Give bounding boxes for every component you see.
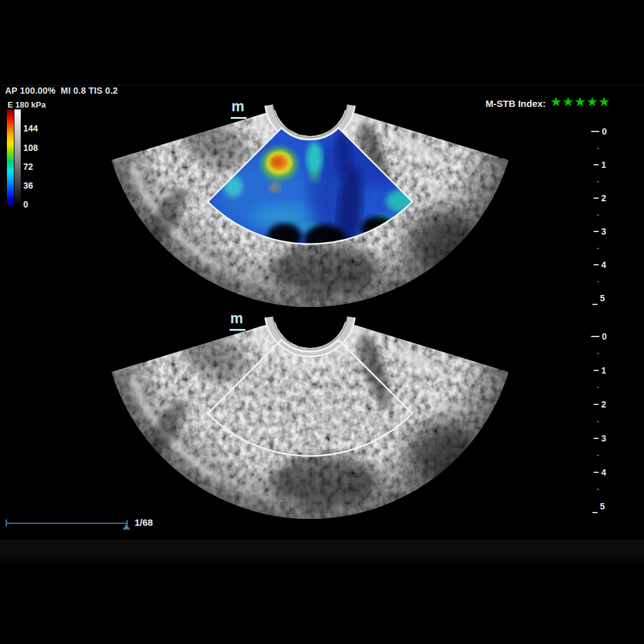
ruler-dash xyxy=(594,370,599,371)
ruler-minor-tick xyxy=(597,489,599,490)
ruler-label: 2 xyxy=(601,399,606,409)
ruler-label: 4 xyxy=(601,260,606,270)
ruler-dash xyxy=(594,472,599,473)
ruler-label: 1 xyxy=(601,365,606,375)
ruler-dash xyxy=(592,512,597,513)
ruler-label: 2 xyxy=(601,193,606,203)
ruler-label: 5 xyxy=(600,501,605,511)
ruler-minor-tick xyxy=(597,148,599,149)
mstb-star-rating: ★★★★★ xyxy=(551,95,611,109)
ruler-dash xyxy=(594,404,599,405)
cine-position-marker[interactable] xyxy=(123,524,130,530)
ruler-dash xyxy=(594,231,599,232)
ruler-minor-tick xyxy=(597,455,599,456)
colorbar-tick: 108 xyxy=(23,143,38,153)
mstb-index-label: M-STB Index: xyxy=(486,98,546,109)
ruler-dash xyxy=(591,336,599,337)
ruler-dash xyxy=(592,304,597,305)
ruler-minor-tick xyxy=(597,281,599,282)
acoustic-params: AP 100.00% MI 0.8 TIS 0.2 xyxy=(5,86,118,96)
colorbar-tick: 36 xyxy=(23,180,33,191)
ruler-minor-tick xyxy=(597,387,599,388)
colorbar-tick: 144 xyxy=(23,123,38,133)
colorbar-tick: 0 xyxy=(23,199,28,209)
ultrasound-dual-image xyxy=(0,0,644,644)
frame-counter: 1/68 xyxy=(135,517,153,528)
ruler-minor-tick xyxy=(597,181,599,182)
ruler-dash xyxy=(594,164,599,165)
ultrasound-screen: AP 100.00% MI 0.8 TIS 0.2 E 180 kPa 144 … xyxy=(0,0,644,644)
cine-bar[interactable] xyxy=(6,523,128,524)
ruler-label: 0 xyxy=(602,126,607,136)
ruler-minor-tick xyxy=(597,421,599,422)
orientation-marker-underline-top xyxy=(231,117,247,119)
ruler-label: 5 xyxy=(600,293,605,303)
ruler-dash xyxy=(594,197,599,199)
ruler-label: 3 xyxy=(601,226,606,236)
colorbar-tick: 72 xyxy=(23,162,33,172)
ruler-label: 3 xyxy=(601,433,606,443)
ruler-dash xyxy=(594,264,599,265)
param-spacer xyxy=(55,86,60,96)
ruler-label: 4 xyxy=(601,467,606,477)
ruler-dash xyxy=(594,438,599,439)
elasticity-colorbar xyxy=(7,109,14,206)
ruler-label: 0 xyxy=(602,331,607,341)
colorbar-scale-label: E 180 kPa xyxy=(8,100,46,109)
ultrasound-image-bottom xyxy=(82,269,541,539)
ruler-minor-tick xyxy=(597,248,599,249)
ultrasound-image-top xyxy=(82,57,541,327)
grayscale-bar xyxy=(14,109,21,206)
orientation-marker-underline-bottom xyxy=(230,329,245,331)
ruler-label: 1 xyxy=(601,160,606,170)
mi-tis-value: MI 0.8 TIS 0.2 xyxy=(61,86,118,96)
ap-value: AP 100.00% xyxy=(5,86,55,96)
orientation-marker-top: m xyxy=(231,99,244,113)
ruler-minor-tick xyxy=(597,214,599,216)
ruler-minor-tick xyxy=(597,353,599,354)
orientation-marker-bottom: m xyxy=(230,311,243,325)
ruler-dash xyxy=(591,131,599,132)
